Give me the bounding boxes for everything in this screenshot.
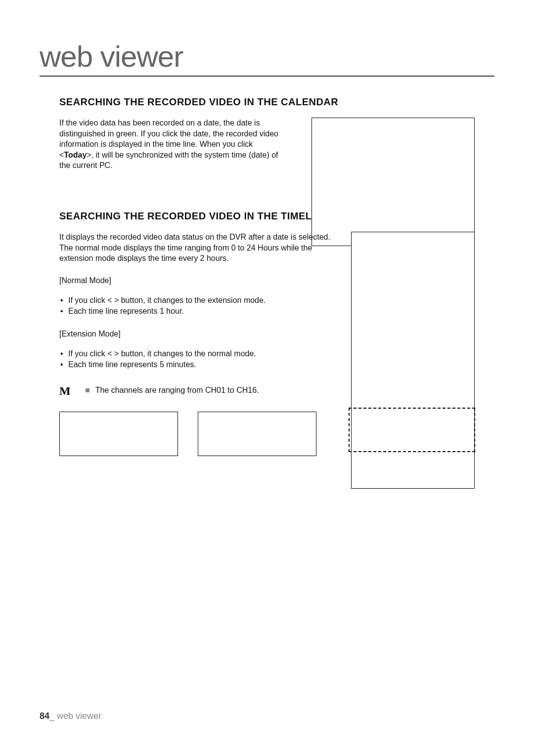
section1-paragraph: If the video data has been recorded on a… bbox=[59, 118, 287, 171]
list-item: If you click < > button, it changes to t… bbox=[59, 348, 494, 359]
section2: It displays the recorded video data stat… bbox=[59, 232, 494, 456]
footer-label: web viewer bbox=[54, 711, 101, 721]
timeline-box-normal bbox=[59, 412, 178, 456]
note-square-icon bbox=[86, 388, 89, 392]
extension-mode-list: If you click < > button, it changes to t… bbox=[59, 348, 494, 371]
note-text: The channels are ranging from CH01 to CH… bbox=[95, 386, 259, 395]
section1: If the video data has been recorded on a… bbox=[59, 118, 494, 171]
normal-mode-list: If you click < > button, it changes to t… bbox=[59, 295, 494, 317]
note-symbol-m: M bbox=[59, 385, 71, 397]
footer: 84_ web viewer bbox=[40, 711, 101, 721]
section2-intro: It displays the recorded video data stat… bbox=[59, 232, 336, 264]
calendar-placeholder-box bbox=[312, 118, 475, 246]
page-title: web viewer bbox=[40, 40, 494, 77]
footer-separator: _ bbox=[49, 711, 54, 721]
timeline-box-extension bbox=[198, 412, 316, 456]
section1-heading: SEARCHING THE RECORDED VIDEO IN THE CALE… bbox=[59, 96, 494, 108]
list-item: If you click < > button, it changes to t… bbox=[59, 295, 494, 306]
page-number: 84 bbox=[40, 711, 49, 721]
today-tag: Today bbox=[64, 151, 87, 159]
timeline-dashed-highlight bbox=[349, 408, 475, 452]
list-item: Each time line represents 5 minutes. bbox=[59, 359, 494, 370]
list-item: Each time line represents 1 hour. bbox=[59, 306, 494, 317]
section1-text-after: >, it will be synchronized with the syst… bbox=[59, 151, 278, 170]
